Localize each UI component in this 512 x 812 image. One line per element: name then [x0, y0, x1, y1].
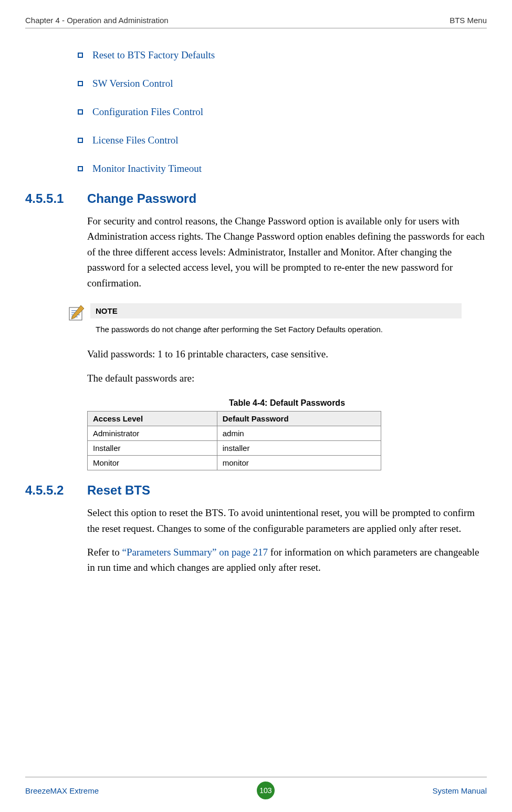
square-bullet-icon: [78, 53, 83, 58]
table-cell: Installer: [88, 441, 217, 456]
section-number: 4.5.5.1: [25, 191, 87, 206]
bullet-link[interactable]: Monitor Inactivity Timeout: [92, 163, 202, 174]
square-bullet-icon: [78, 109, 83, 115]
table-caption: Table 4-4: Default Passwords: [87, 398, 487, 408]
header-chapter: Chapter 4 - Operation and Administration: [25, 16, 169, 25]
page-number-badge: 103: [257, 782, 275, 799]
footer-product: BreezeMAX Extreme: [25, 786, 99, 795]
table-cell: admin: [217, 426, 381, 441]
bullet-link[interactable]: SW Version Control: [92, 78, 173, 89]
list-item: License Files Control: [78, 135, 487, 146]
table-cell: Monitor: [88, 456, 217, 470]
table-cell: monitor: [217, 456, 381, 470]
body-paragraph: Refer to “Parameters Summary” on page 21…: [87, 544, 487, 575]
note-body: The passwords do not change after perfor…: [90, 318, 462, 338]
body-paragraph: The default passwords are:: [87, 371, 487, 386]
square-bullet-icon: [78, 166, 83, 171]
section-number: 4.5.5.2: [25, 483, 87, 498]
default-passwords-table: Table 4-4: Default Passwords Access Leve…: [87, 398, 487, 470]
list-item: Configuration Files Control: [78, 106, 487, 118]
bullet-link[interactable]: Reset to BTS Factory Defaults: [92, 49, 215, 61]
bullet-link[interactable]: License Files Control: [92, 135, 179, 146]
table-header-row: Access Level Default Password: [88, 412, 381, 426]
note-label: NOTE: [90, 303, 462, 318]
square-bullet-icon: [78, 138, 83, 143]
footer-manual: System Manual: [433, 786, 487, 795]
page-footer: BreezeMAX Extreme 103 System Manual: [25, 777, 487, 799]
table-header-cell: Default Password: [217, 412, 381, 426]
table-header-cell: Access Level: [88, 412, 217, 426]
table-row: Monitor monitor: [88, 456, 381, 470]
section-heading: 4.5.5.1 Change Password: [25, 191, 487, 206]
text-run: Refer to: [87, 547, 122, 558]
body-paragraph: For security and control reasons, the Ch…: [87, 213, 487, 291]
page-header: Chapter 4 - Operation and Administration…: [25, 16, 487, 28]
table-row: Installer installer: [88, 441, 381, 456]
cross-reference-link[interactable]: “Parameters Summary” on page 217: [122, 547, 268, 558]
table-cell: Administrator: [88, 426, 217, 441]
section-title: Reset BTS: [87, 483, 150, 498]
note-icon: [67, 303, 90, 322]
section-title: Change Password: [87, 191, 196, 206]
list-item: SW Version Control: [78, 78, 487, 89]
body-paragraph: Valid passwords: 1 to 16 printable chara…: [87, 346, 487, 362]
bullet-list: Reset to BTS Factory Defaults SW Version…: [78, 49, 487, 174]
header-section: BTS Menu: [450, 16, 487, 25]
table-cell: installer: [217, 441, 381, 456]
note-block: NOTE The passwords do not change after p…: [67, 303, 462, 338]
list-item: Reset to BTS Factory Defaults: [78, 49, 487, 61]
list-item: Monitor Inactivity Timeout: [78, 163, 487, 174]
bullet-link[interactable]: Configuration Files Control: [92, 106, 203, 118]
body-paragraph: Select this option to reset the BTS. To …: [87, 505, 487, 536]
section-heading: 4.5.5.2 Reset BTS: [25, 483, 487, 498]
square-bullet-icon: [78, 81, 83, 86]
table-row: Administrator admin: [88, 426, 381, 441]
